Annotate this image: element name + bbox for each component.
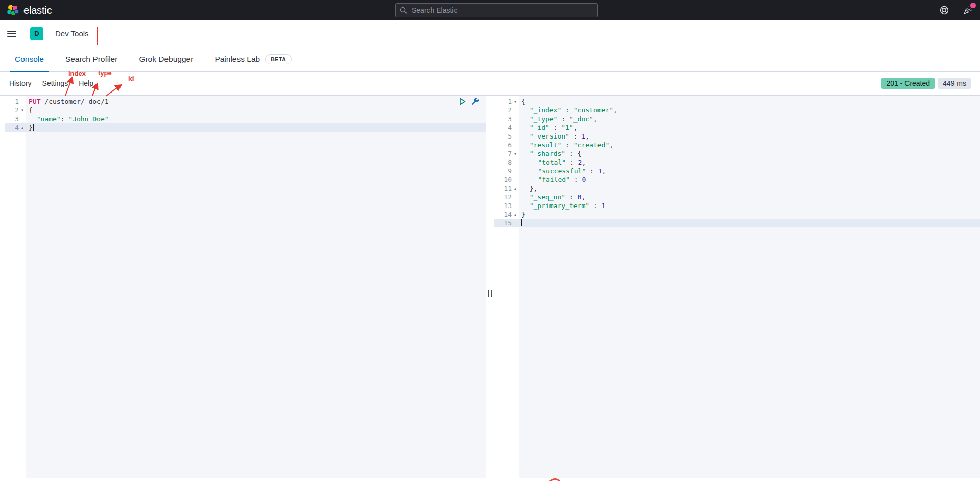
menu-button[interactable] bbox=[0, 20, 23, 47]
fold-icon[interactable]: ▾ bbox=[512, 97, 519, 106]
code-text: "result" : "created", bbox=[519, 141, 980, 149]
send-request-button[interactable] bbox=[458, 97, 467, 106]
tab-search-profiler[interactable]: Search Profiler bbox=[60, 47, 123, 71]
resize-grip-icon bbox=[488, 290, 492, 297]
search-icon bbox=[400, 7, 408, 14]
tab-painless-lab[interactable]: Painless LabBETA bbox=[209, 47, 297, 71]
line-number: 3 bbox=[5, 114, 19, 123]
line-number: 15 bbox=[494, 219, 512, 227]
token-plain bbox=[530, 176, 538, 184]
request-options-wrench-icon[interactable] bbox=[470, 97, 480, 106]
tab-label: Grok Debugger bbox=[139, 55, 193, 64]
tab-grok-debugger[interactable]: Grok Debugger bbox=[134, 47, 198, 71]
token-plain: : bbox=[566, 158, 578, 166]
console-toolbar: HistorySettingsHelp 201 - Created 449 ms bbox=[0, 72, 980, 95]
token-plain bbox=[521, 132, 530, 140]
space-avatar[interactable]: D bbox=[30, 27, 43, 40]
code-line[interactable]: 2 "_index" : "customer", bbox=[494, 106, 980, 114]
search-input[interactable] bbox=[412, 6, 593, 14]
status-badge: 201 - Created bbox=[881, 78, 935, 89]
line-number: 2 bbox=[494, 106, 512, 114]
code-text: "failed" : 0 bbox=[519, 175, 980, 184]
code-text: "_type" : "_doc", bbox=[519, 114, 980, 123]
code-line[interactable]: 14▴} bbox=[494, 210, 980, 219]
fold-icon[interactable]: ▴ bbox=[512, 184, 519, 193]
line-number: 4 bbox=[494, 123, 512, 132]
line-number: 2 bbox=[5, 106, 19, 114]
token-plain bbox=[530, 158, 538, 166]
code-line[interactable]: 7▾ "_shards" : { bbox=[494, 149, 980, 158]
token-str: "total" bbox=[538, 158, 566, 166]
code-text: { bbox=[519, 97, 980, 106]
code-text: "total" : 2, bbox=[519, 158, 980, 167]
toolbar-link-settings[interactable]: Settings bbox=[42, 79, 68, 87]
token-plain bbox=[521, 150, 530, 157]
code-line[interactable]: 5 "_version" : 1, bbox=[494, 132, 980, 141]
token-num: 0 bbox=[582, 176, 586, 184]
code-line[interactable]: 3 "_type" : "_doc", bbox=[494, 114, 980, 123]
token-str: "_index" bbox=[530, 106, 562, 114]
fold-spacer bbox=[512, 193, 519, 201]
code-line[interactable]: 3 "name": "John Doe" bbox=[5, 114, 486, 123]
token-num: 1 bbox=[602, 202, 606, 210]
token-str: "failed" bbox=[538, 176, 570, 184]
line-number: 11 bbox=[494, 184, 512, 193]
code-line[interactable]: 10 "failed" : 0 bbox=[494, 175, 980, 184]
token-str: "1" bbox=[561, 124, 573, 131]
token-plain bbox=[530, 167, 538, 175]
fold-icon[interactable]: ▾ bbox=[19, 106, 26, 114]
code-line[interactable]: 4▴} bbox=[5, 123, 486, 132]
token-plain: : bbox=[557, 115, 569, 123]
code-line[interactable]: 11▴ }, bbox=[494, 184, 980, 193]
token-str: "successful" bbox=[538, 167, 586, 175]
help-icon[interactable] bbox=[939, 5, 949, 15]
code-text: "name": "John Doe" bbox=[26, 114, 486, 123]
token-str: "_type" bbox=[530, 115, 558, 123]
response-editor[interactable]: 1▾{2 "_index" : "customer",3 "_type" : "… bbox=[494, 96, 980, 478]
code-text: PUT /customer/_doc/1 bbox=[26, 97, 486, 106]
code-text: "_primary_term" : 1 bbox=[519, 201, 980, 210]
panel-resize-handle[interactable] bbox=[486, 96, 494, 478]
global-search[interactable] bbox=[395, 3, 598, 17]
toolbar-link-history[interactable]: History bbox=[9, 79, 32, 87]
newsfeed-icon[interactable] bbox=[963, 5, 973, 15]
token-plain: : bbox=[561, 141, 573, 149]
fold-icon[interactable]: ▴ bbox=[512, 210, 519, 219]
code-line[interactable]: 2▾{ bbox=[5, 106, 486, 114]
breadcrumb[interactable]: Dev Tools bbox=[55, 29, 89, 38]
token-plain bbox=[521, 158, 530, 166]
token-plain: : bbox=[586, 167, 597, 175]
token-plain: , bbox=[582, 158, 586, 166]
toolbar-link-help[interactable]: Help bbox=[79, 79, 93, 87]
line-number: 7 bbox=[494, 149, 512, 158]
code-line[interactable]: 8 "total" : 2, bbox=[494, 158, 980, 167]
code-line[interactable]: 1PUT /customer/_doc/1 bbox=[5, 97, 486, 106]
token-num: 1 bbox=[598, 167, 602, 175]
token-plain bbox=[521, 167, 530, 175]
code-line[interactable]: 15 bbox=[494, 219, 980, 227]
code-text bbox=[519, 219, 980, 227]
code-line[interactable]: 4 "_id" : "1", bbox=[494, 123, 980, 132]
code-line[interactable]: 13 "_primary_term" : 1 bbox=[494, 201, 980, 210]
elastic-brand[interactable]: elastic bbox=[0, 4, 52, 17]
fold-spacer bbox=[512, 175, 519, 184]
code-line[interactable]: 12 "_seq_no" : 0, bbox=[494, 193, 980, 201]
code-line[interactable]: 9 "successful" : 1, bbox=[494, 167, 980, 175]
fold-spacer bbox=[512, 201, 519, 210]
token-plain bbox=[521, 202, 530, 210]
tab-console[interactable]: Console bbox=[10, 47, 49, 71]
fold-icon[interactable]: ▴ bbox=[19, 123, 26, 132]
notification-dot bbox=[970, 3, 976, 8]
line-number: 13 bbox=[494, 201, 512, 210]
request-editor[interactable]: 1PUT /customer/_doc/12▾{3 "name": "John … bbox=[5, 96, 486, 478]
code-line[interactable]: 1▾{ bbox=[494, 97, 980, 106]
code-text: }, bbox=[519, 184, 980, 193]
line-number: 6 bbox=[494, 141, 512, 149]
token-plain: : bbox=[561, 106, 573, 114]
code-line[interactable]: 6 "result" : "created", bbox=[494, 141, 980, 149]
header-bar: D Dev Tools bbox=[0, 20, 980, 47]
fold-spacer bbox=[512, 158, 519, 167]
token-plain: , bbox=[581, 193, 585, 201]
fold-icon[interactable]: ▾ bbox=[512, 149, 519, 158]
line-number: 8 bbox=[494, 158, 512, 167]
